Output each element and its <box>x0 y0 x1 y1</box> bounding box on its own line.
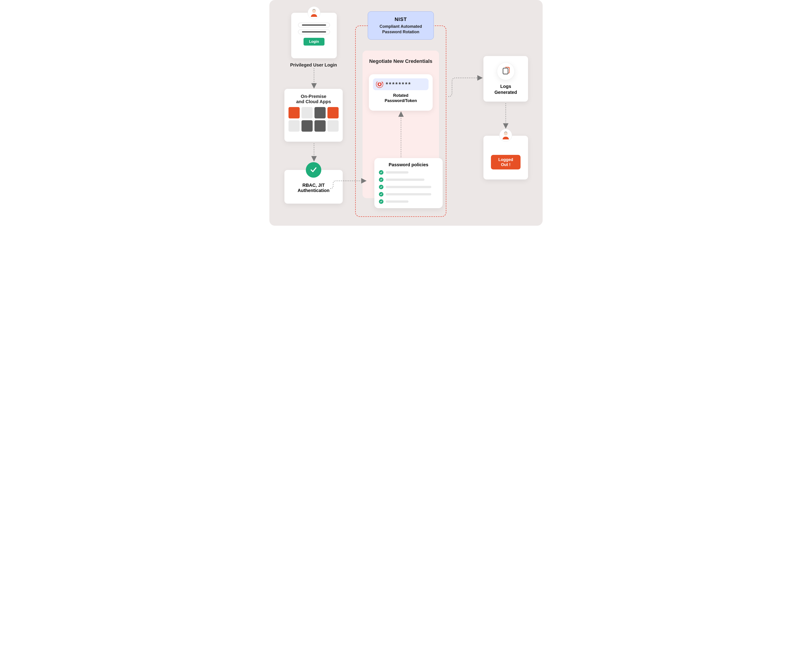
check-icon <box>379 199 383 204</box>
rotated-card: ******** RotatedPassword/Token <box>369 74 433 111</box>
password-field <box>298 30 330 34</box>
policies-card: Password policies <box>374 158 443 208</box>
policy-row <box>379 192 438 197</box>
nist-caption: Compliant AutomatedPassword Rotation <box>380 24 422 35</box>
avatar-icon <box>308 7 320 19</box>
password-mask: ******** <box>386 81 426 88</box>
apps-grid <box>288 107 338 132</box>
policy-row <box>379 177 438 182</box>
logs-caption: LogsGenerated <box>495 84 517 95</box>
negotiate-box: Negotiate New Credentials ******** <box>362 50 439 198</box>
policy-line <box>386 200 409 203</box>
policies-title: Password policies <box>379 162 438 167</box>
logs-card: LogsGenerated <box>484 56 528 102</box>
policy-line <box>386 193 431 195</box>
policy-row <box>379 185 438 189</box>
policy-line <box>386 171 409 174</box>
policy-line <box>386 186 431 188</box>
logout-card: LoggedOut ! <box>484 136 528 179</box>
check-icon <box>379 185 383 189</box>
apps-title: On-Premiseand Cloud Apps <box>288 94 338 104</box>
rotation-container: NIST Compliant AutomatedPassword Rotatio… <box>355 25 446 217</box>
rbac-card: RBAC, JITAuthentication <box>284 170 343 204</box>
username-field <box>298 23 330 27</box>
svg-rect-4 <box>379 84 380 85</box>
app-tile <box>302 120 313 132</box>
app-tile <box>288 107 300 119</box>
apps-card: On-Premiseand Cloud Apps <box>284 89 343 142</box>
rbac-title: RBAC, JITAuthentication <box>288 183 340 193</box>
policy-row <box>379 170 438 175</box>
app-tile <box>315 120 326 132</box>
logs-icon <box>497 62 515 80</box>
login-button: Login <box>303 38 325 45</box>
check-icon <box>379 177 383 182</box>
app-tile <box>302 107 313 119</box>
app-tile <box>327 107 338 119</box>
policy-line <box>386 179 424 181</box>
svg-marker-2 <box>382 82 383 83</box>
login-caption: Privileged User Login <box>284 62 343 68</box>
rotated-caption: RotatedPassword/Token <box>385 93 417 104</box>
policy-row <box>379 199 438 204</box>
nist-badge: NIST Compliant AutomatedPassword Rotatio… <box>368 12 434 40</box>
app-tile <box>288 120 300 132</box>
check-icon <box>379 192 383 197</box>
negotiate-title: Negotiate New Credentials <box>367 58 434 64</box>
login-card: Login <box>291 13 337 58</box>
check-icon <box>379 170 383 175</box>
rotate-lock-icon <box>376 80 383 88</box>
logged-out-badge: LoggedOut ! <box>491 155 520 169</box>
app-tile <box>315 107 326 119</box>
app-tile <box>327 120 338 132</box>
avatar-icon <box>499 129 512 142</box>
check-badge-icon <box>306 162 321 178</box>
rotated-password-field: ******** <box>373 78 429 90</box>
diagram-canvas: Login Privileged User Login On-Premisean… <box>269 0 543 226</box>
nist-logo: NIST <box>395 17 407 22</box>
